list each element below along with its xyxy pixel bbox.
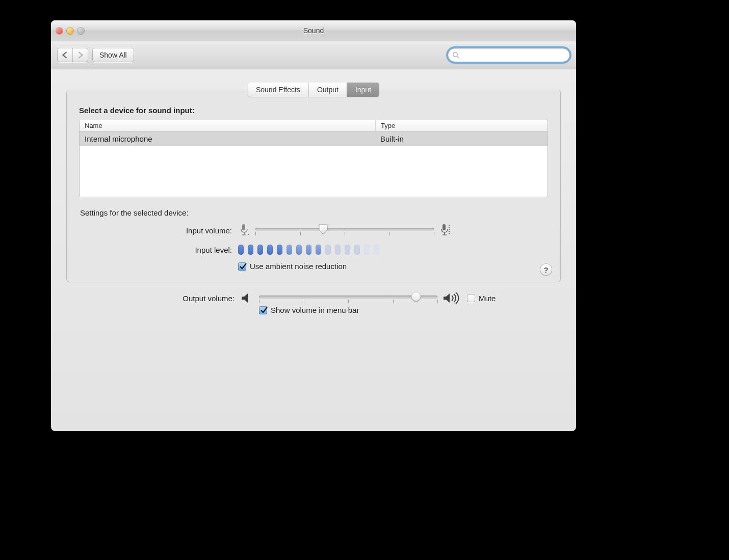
output-volume-slider[interactable] bbox=[259, 296, 437, 299]
minimize-window-button[interactable] bbox=[67, 28, 73, 34]
tab-input[interactable]: Input bbox=[347, 83, 379, 97]
ambient-noise-label: Use ambient noise reduction bbox=[250, 262, 347, 271]
sound-preferences-window: Sound Show All bbox=[51, 20, 576, 431]
level-segment bbox=[277, 245, 282, 255]
slider-ticks bbox=[255, 232, 434, 236]
svg-rect-6 bbox=[442, 224, 446, 230]
input-volume-row: Input volume: bbox=[79, 223, 548, 237]
level-segment bbox=[267, 245, 273, 255]
back-button[interactable] bbox=[57, 48, 73, 62]
svg-line-1 bbox=[457, 56, 459, 58]
close-window-button[interactable] bbox=[56, 28, 63, 34]
ambient-noise-checkbox[interactable] bbox=[238, 262, 246, 271]
level-segment bbox=[238, 245, 244, 255]
chevron-right-icon bbox=[77, 51, 84, 59]
input-volume-label: Input volume: bbox=[79, 226, 238, 235]
table-row[interactable]: Internal microphone Built-in bbox=[80, 131, 548, 146]
svg-point-9 bbox=[449, 225, 450, 226]
show-all-button[interactable]: Show All bbox=[92, 48, 134, 62]
help-icon: ? bbox=[543, 265, 548, 274]
level-segment bbox=[296, 245, 302, 255]
settings-for-device-label: Settings for the selected device: bbox=[80, 208, 548, 217]
speaker-mute-icon bbox=[241, 292, 254, 304]
level-segment bbox=[354, 245, 360, 255]
select-device-label: Select a device for sound input: bbox=[79, 106, 548, 115]
level-segment bbox=[364, 245, 370, 255]
microphone-low-icon bbox=[238, 223, 250, 237]
level-segment bbox=[345, 245, 350, 255]
device-type-cell: Built-in bbox=[375, 134, 548, 144]
svg-point-0 bbox=[453, 52, 457, 57]
level-segment bbox=[374, 245, 379, 255]
forward-button[interactable] bbox=[73, 48, 88, 62]
table-header: Name Type bbox=[80, 120, 548, 131]
content-area: Sound Effects Output Input Select a devi… bbox=[51, 69, 576, 327]
level-segment bbox=[287, 245, 292, 255]
window-title: Sound bbox=[51, 26, 576, 35]
device-name-cell: Internal microphone bbox=[80, 134, 375, 144]
title-bar: Sound bbox=[51, 20, 576, 41]
svg-rect-2 bbox=[242, 224, 245, 230]
svg-point-5 bbox=[248, 234, 249, 235]
toolbar: Show All bbox=[51, 41, 576, 69]
svg-point-12 bbox=[449, 231, 450, 232]
level-segment bbox=[325, 245, 331, 255]
ambient-noise-row: Use ambient noise reduction bbox=[79, 262, 548, 271]
svg-point-10 bbox=[449, 227, 450, 228]
svg-point-13 bbox=[449, 233, 450, 234]
mute-label: Mute bbox=[479, 294, 496, 303]
level-segment bbox=[248, 245, 253, 255]
level-segment bbox=[335, 245, 341, 255]
level-segment bbox=[257, 245, 263, 255]
window-controls bbox=[56, 28, 84, 34]
search-input[interactable] bbox=[448, 48, 570, 62]
mute-checkbox[interactable] bbox=[467, 294, 475, 302]
input-level-row: Input level: bbox=[79, 245, 548, 255]
microphone-high-icon bbox=[439, 223, 451, 237]
sound-settings-group: Sound Effects Output Input Select a devi… bbox=[66, 90, 561, 282]
output-volume-label: Output volume: bbox=[66, 294, 241, 303]
input-level-label: Input level: bbox=[79, 246, 238, 254]
tab-output[interactable]: Output bbox=[308, 83, 347, 97]
search-field-wrap bbox=[448, 48, 570, 62]
output-volume-row: Output volume: bbox=[66, 292, 561, 304]
input-device-table[interactable]: Name Type Internal microphone Built-in bbox=[79, 120, 548, 197]
input-level-meter bbox=[238, 245, 379, 255]
column-header-type[interactable]: Type bbox=[376, 120, 548, 131]
slider-ticks bbox=[259, 300, 437, 304]
column-header-name[interactable]: Name bbox=[80, 120, 376, 131]
show-all-label: Show All bbox=[99, 51, 127, 59]
zoom-window-button[interactable] bbox=[77, 28, 84, 34]
tab-sound-effects[interactable]: Sound Effects bbox=[248, 83, 308, 97]
chevron-left-icon bbox=[62, 51, 68, 59]
checkmark-icon bbox=[239, 262, 247, 271]
nav-back-forward bbox=[57, 48, 88, 62]
show-in-menubar-checkbox[interactable] bbox=[259, 306, 267, 314]
show-in-menubar-label: Show volume in menu bar bbox=[271, 306, 359, 314]
speaker-loud-icon bbox=[442, 292, 460, 304]
level-segment bbox=[316, 245, 321, 255]
tab-strip: Sound Effects Output Input bbox=[79, 83, 548, 97]
show-in-menubar-row: Show volume in menu bar bbox=[66, 306, 561, 314]
help-button[interactable]: ? bbox=[540, 263, 552, 276]
input-volume-slider[interactable] bbox=[255, 228, 434, 231]
level-segment bbox=[306, 245, 311, 255]
checkmark-icon bbox=[259, 306, 268, 314]
svg-point-11 bbox=[449, 229, 450, 230]
search-icon bbox=[452, 51, 459, 59]
